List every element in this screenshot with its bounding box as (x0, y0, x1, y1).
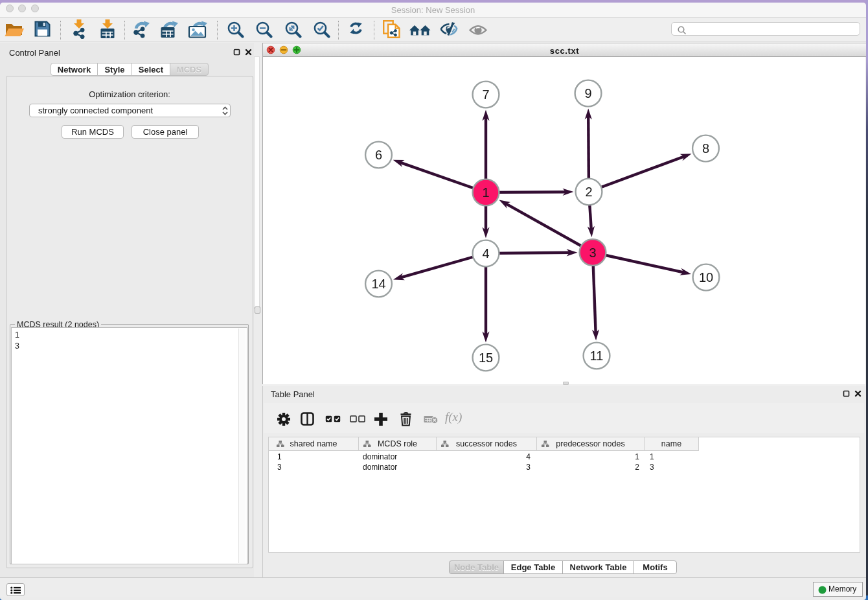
svg-text:9: 9 (584, 86, 591, 100)
svg-text:10: 10 (699, 270, 713, 284)
svg-text:7: 7 (482, 87, 489, 102)
svg-text:11: 11 (590, 349, 604, 363)
svg-text:8: 8 (702, 141, 709, 156)
svg-text:14: 14 (371, 277, 385, 291)
svg-text:2: 2 (585, 185, 592, 199)
svg-text:15: 15 (479, 351, 493, 365)
svg-text:3: 3 (589, 246, 596, 260)
svg-text:4: 4 (482, 246, 489, 260)
svg-text:6: 6 (375, 148, 382, 162)
svg-text:1: 1 (482, 185, 489, 200)
